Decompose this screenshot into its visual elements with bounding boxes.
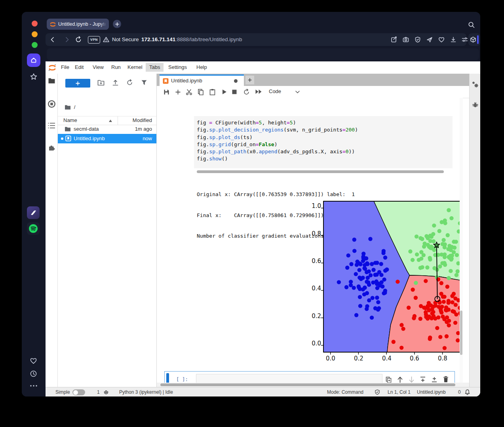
notebook-hscrollbar[interactable] [157, 383, 469, 387]
x-tick-label: 0.8 [437, 355, 449, 362]
file-row-untitled-ipynb[interactable]: Untitled.ipynb now [58, 134, 156, 143]
modified-header: Modified [133, 117, 152, 123]
statusbar-bug-icon[interactable] [103, 389, 109, 395]
notebook-toolbar: Code Python 3 (ipykernel) [157, 86, 469, 98]
refresh-icon[interactable] [126, 79, 133, 86]
active-empty-cell[interactable]: [ ]: [164, 371, 455, 383]
menu-tabs[interactable]: Tabs [146, 63, 164, 72]
notebook-tab-title: Untitled.ipynb [171, 78, 202, 84]
menu-kernel[interactable]: Kernel [124, 63, 146, 72]
menu-edit[interactable]: Edit [71, 63, 87, 72]
file-list-header[interactable]: Name Modified [58, 116, 156, 125]
code-lines[interactable]: fig = CFigure(width=5, height=5)fig.sp.p… [197, 119, 358, 163]
breadcrumb-folder-icon [65, 105, 71, 110]
x-tick-label: 0.6 [409, 355, 420, 362]
new-folder-icon[interactable] [97, 80, 105, 86]
menu-file[interactable]: File [57, 63, 73, 72]
menu-run[interactable]: Run [108, 63, 124, 72]
copy-icon[interactable] [198, 89, 204, 95]
screenshot-camera-icon[interactable] [402, 36, 409, 43]
extensions-tab-icon[interactable] [48, 143, 56, 151]
restart-run-all-icon[interactable] [255, 89, 262, 94]
file-row-secml-data[interactable]: secml-data 1m ago [58, 124, 156, 134]
spotify-app-icon[interactable] [27, 222, 40, 235]
traffic-light-zoom[interactable] [32, 42, 38, 48]
insert-cell-icon[interactable] [175, 89, 181, 95]
shield-icon[interactable] [414, 36, 421, 43]
breadcrumb[interactable]: / [65, 104, 75, 111]
debugger-sidebar-icon[interactable] [472, 101, 479, 108]
breadcrumb-root[interactable]: / [74, 104, 76, 110]
download-icon[interactable] [450, 36, 457, 43]
share-send-icon[interactable] [426, 36, 433, 43]
files-tab-icon[interactable] [48, 78, 55, 84]
y-tick-label: 1.0 [309, 202, 321, 210]
code-cell-hscrollbar[interactable] [197, 170, 444, 173]
property-inspector-icon[interactable] [472, 81, 479, 88]
compose-icon[interactable] [390, 36, 397, 43]
file-modified: now [143, 134, 152, 143]
back-icon[interactable] [49, 36, 56, 43]
cell-input[interactable] [196, 374, 382, 383]
favorites-heart-icon[interactable] [30, 357, 37, 364]
duplicate-cell-icon[interactable] [386, 377, 392, 383]
menu-view[interactable]: View [89, 63, 107, 72]
cell-collapser[interactable] [166, 373, 169, 383]
statusbar-filename[interactable]: Untitled.ipynb [417, 387, 446, 396]
menu-settings[interactable]: Settings [165, 63, 190, 72]
paste-icon[interactable] [209, 89, 215, 95]
home-button[interactable] [27, 53, 40, 67]
heart-icon[interactable] [438, 36, 445, 43]
restart-kernel-icon[interactable] [243, 89, 250, 95]
extension-bar[interactable] [468, 33, 480, 46]
insert-cell-below-icon[interactable] [431, 376, 437, 383]
kernel-status-label[interactable]: Python 3 (ipykernel) | Idle [119, 387, 173, 396]
insert-cell-above-icon[interactable] [420, 376, 426, 383]
traffic-light-minimize[interactable] [32, 31, 38, 37]
move-cell-down-icon[interactable] [409, 376, 415, 383]
activity-bar [46, 74, 58, 387]
trust-shield-icon[interactable] [375, 389, 380, 395]
cell-type-select[interactable]: Code [269, 88, 281, 94]
run-icon[interactable] [222, 89, 227, 95]
stop-icon[interactable] [232, 90, 237, 94]
url-bar[interactable]: VPN Not Secure 172.16.71.141:8888/lab/tr… [46, 33, 466, 46]
move-cell-up-icon[interactable] [397, 376, 403, 383]
cut-icon[interactable] [186, 89, 192, 95]
mode-indicator[interactable]: Mode: Command [327, 387, 363, 396]
notification-bell-icon[interactable] [464, 389, 470, 395]
history-clock-icon[interactable] [30, 370, 37, 377]
forward-icon[interactable] [63, 36, 70, 43]
hscrollbar-thumb[interactable] [160, 383, 455, 386]
cell-type-chevron-icon[interactable] [295, 91, 300, 93]
new-tab-button[interactable] [113, 20, 121, 28]
browser-tab[interactable]: Untitled.ipynb - JupyterL [47, 19, 109, 30]
star-icon[interactable] [29, 72, 38, 81]
delete-cell-icon[interactable] [443, 376, 449, 383]
filter-icon[interactable] [141, 80, 147, 86]
vpn-badge[interactable]: VPN [88, 36, 100, 44]
new-launcher-button[interactable] [65, 79, 90, 88]
menu-help[interactable]: Help [193, 63, 211, 72]
toc-tab-icon[interactable] [48, 122, 56, 129]
save-icon[interactable] [164, 89, 169, 95]
reload-icon[interactable] [75, 36, 82, 43]
notebook-tab[interactable]: Untitled.ipynb [160, 74, 244, 86]
settings-sliders-icon[interactable] [461, 36, 468, 43]
vscrollbar-thumb[interactable] [460, 311, 462, 355]
traffic-light-close[interactable] [32, 21, 38, 27]
upload-icon[interactable] [112, 79, 119, 86]
search-icon[interactable] [468, 21, 475, 29]
code-cell[interactable]: fig = CFigure(width=5, height=5)fig.sp.p… [194, 116, 453, 168]
cursor-position[interactable]: Ln 1, Col 1 [388, 387, 411, 396]
running-tab-icon[interactable] [48, 100, 56, 108]
notification-count[interactable]: 0 [458, 387, 461, 396]
more-options-icon[interactable] [29, 384, 38, 387]
add-tab-button[interactable] [245, 76, 254, 84]
notebook-tabbar: Untitled.ipynb [157, 74, 469, 86]
notebook-vscrollbar[interactable] [460, 98, 463, 383]
extension-cube-icon[interactable] [470, 36, 477, 43]
tab-dirty-indicator[interactable] [234, 79, 238, 83]
simple-mode-toggle[interactable] [72, 389, 85, 395]
app-icon-tools[interactable] [27, 206, 40, 219]
